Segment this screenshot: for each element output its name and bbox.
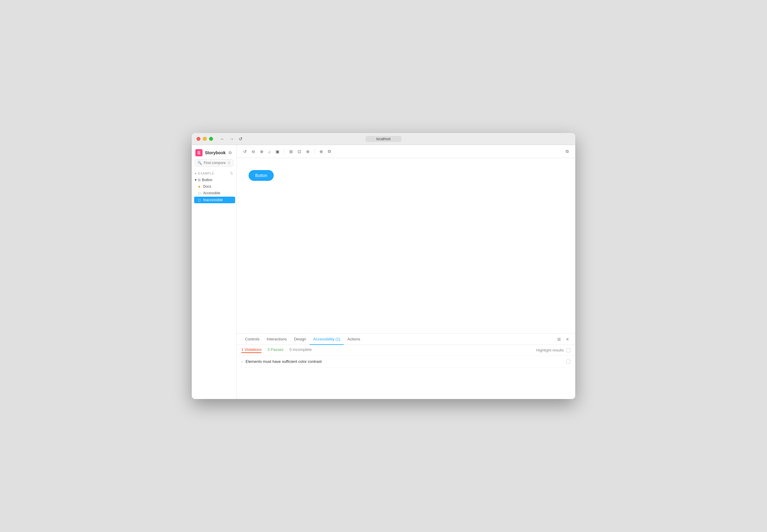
toolbar-zoom-in-btn[interactable]: ⊕ (258, 148, 265, 155)
nav-children: ■ Docs ◻ Accessible ◻ Inaccessible (193, 183, 236, 203)
titlebar: ← → ↺ localhost (192, 133, 575, 145)
violation-expand-arrow[interactable]: › (242, 360, 243, 364)
toolbar-external-btn[interactable]: ⧉ (564, 148, 570, 155)
section-name: EXAMPLE (198, 172, 214, 175)
app-body: S Storybook ⚙ 🔍 / ▾ EXAMPLE ⇅ ▾ ⊞ Butto (192, 145, 575, 399)
accessible-icon: ◻ (197, 191, 201, 195)
sidebar-item-accessible-label: Accessible (203, 191, 220, 195)
preview-button[interactable]: Button (249, 170, 274, 181)
toolbar-divider-2 (314, 149, 315, 155)
tab-design[interactable]: Design (291, 334, 310, 345)
sub-tab-passes[interactable]: 3 Passes (268, 347, 283, 353)
inaccessible-icon: ◻ (197, 198, 201, 202)
parent-arrow: ▾ (195, 178, 197, 182)
sidebar-header: S Storybook ⚙ (192, 145, 236, 159)
sub-tab-violations[interactable]: 1 Violations (242, 347, 262, 353)
nav-parent-button[interactable]: ▾ ⊞ Button (193, 177, 236, 183)
section-label: ▾ EXAMPLE ⇅ (192, 169, 236, 177)
minimize-button[interactable] (203, 137, 207, 141)
panel-layout-btn[interactable]: ⊞ (556, 336, 562, 343)
toolbar-a11y-btn[interactable]: ⊕ (318, 148, 325, 155)
settings-button[interactable]: ⚙ (228, 150, 233, 156)
sidebar: S Storybook ⚙ 🔍 / ▾ EXAMPLE ⇅ ▾ ⊞ Butto (192, 145, 237, 399)
main-panel: ↺ ⊖ ⊕ ⌕ ▣ ⊞ ⊡ ⊕ ⊕ ⧉ ⧉ Button (237, 145, 575, 399)
sub-tab-incomplete[interactable]: 0 Incomplete (289, 347, 311, 353)
toolbar-right: ⧉ (564, 148, 570, 155)
toolbar-grid-btn[interactable]: ⊞ (288, 148, 295, 155)
section-sort-button[interactable]: ⇅ (230, 171, 233, 175)
tab-interactions[interactable]: Interactions (263, 334, 290, 345)
toolbar-zoom-out-btn[interactable]: ⊖ (250, 148, 257, 155)
toolbar-divider-1 (284, 149, 285, 155)
search-icon: 🔍 (198, 161, 202, 165)
toolbar: ↺ ⊖ ⊕ ⌕ ▣ ⊞ ⊡ ⊕ ⊕ ⧉ ⧉ (237, 145, 575, 158)
tab-accessibility[interactable]: Accessibility (1) (310, 334, 344, 345)
tabs-bar: Controls Interactions Design Accessibili… (237, 334, 575, 345)
url-bar[interactable]: localhost (366, 136, 401, 142)
violation-checkbox[interactable] (566, 360, 570, 364)
toolbar-viewport-btn[interactable]: ▣ (274, 148, 281, 155)
sidebar-item-docs-label: Docs (203, 184, 211, 189)
tab-controls[interactable]: Controls (242, 334, 263, 345)
sidebar-item-inaccessible-label: Inaccessible (203, 198, 223, 202)
maximize-button[interactable] (209, 137, 213, 141)
close-button[interactable] (197, 137, 201, 141)
toolbar-measure-btn[interactable]: ⊕ (304, 148, 311, 155)
search-bar[interactable]: 🔍 / (195, 159, 233, 166)
sidebar-item-accessible[interactable]: ◻ Accessible (194, 190, 235, 196)
nav-buttons: ← → ↺ (219, 136, 244, 142)
tab-actions[interactable]: Actions (344, 334, 364, 345)
browser-window: ← → ↺ localhost S Storybook ⚙ 🔍 / ▾ (192, 133, 575, 399)
panel-close-btn[interactable]: ✕ (564, 336, 570, 343)
sub-tabs-bar: 1 Violations 3 Passes 0 Incomplete Highl… (237, 345, 575, 356)
reload-button[interactable]: ↺ (238, 136, 244, 142)
tabs-right: ⊞ ✕ (556, 336, 570, 343)
toolbar-outline-btn[interactable]: ⊡ (296, 148, 303, 155)
toolbar-search-btn[interactable]: ⌕ (267, 148, 273, 155)
nav-group-button: ▾ ⊞ Button ■ Docs ◻ Accessible ◻ In (193, 177, 236, 204)
storybook-logo-text: Storybook (205, 150, 226, 155)
toolbar-reload-btn[interactable]: ↺ (242, 148, 249, 155)
back-button[interactable]: ← (219, 136, 226, 142)
highlight-results-checkbox[interactable] (566, 348, 570, 352)
canvas-area: Button (237, 158, 575, 333)
bottom-panel: Controls Interactions Design Accessibili… (237, 333, 575, 399)
sidebar-item-docs[interactable]: ■ Docs (194, 183, 235, 190)
violations-list: › Elements must have sufficient color co… (237, 356, 575, 368)
traffic-lights (197, 137, 213, 141)
storybook-logo-icon: S (196, 149, 203, 156)
sub-tabs-right: Highlight results (536, 348, 571, 352)
parent-grid-icon: ⊞ (198, 178, 201, 182)
highlight-results-label: Highlight results (536, 348, 564, 352)
sidebar-logo: S Storybook (196, 149, 226, 156)
section-collapse-arrow[interactable]: ▾ (195, 172, 197, 175)
search-shortcut: / (227, 161, 231, 165)
violation-text: Elements must have sufficient color cont… (246, 359, 563, 364)
parent-label: Button (202, 178, 213, 182)
search-input[interactable] (204, 161, 226, 165)
forward-button[interactable]: → (228, 136, 235, 142)
violation-item-color-contrast: › Elements must have sufficient color co… (242, 356, 570, 368)
sidebar-item-inaccessible[interactable]: ◻ Inaccessible (194, 197, 235, 203)
docs-icon: ■ (197, 185, 201, 188)
toolbar-screenshot-btn[interactable]: ⧉ (326, 148, 333, 155)
